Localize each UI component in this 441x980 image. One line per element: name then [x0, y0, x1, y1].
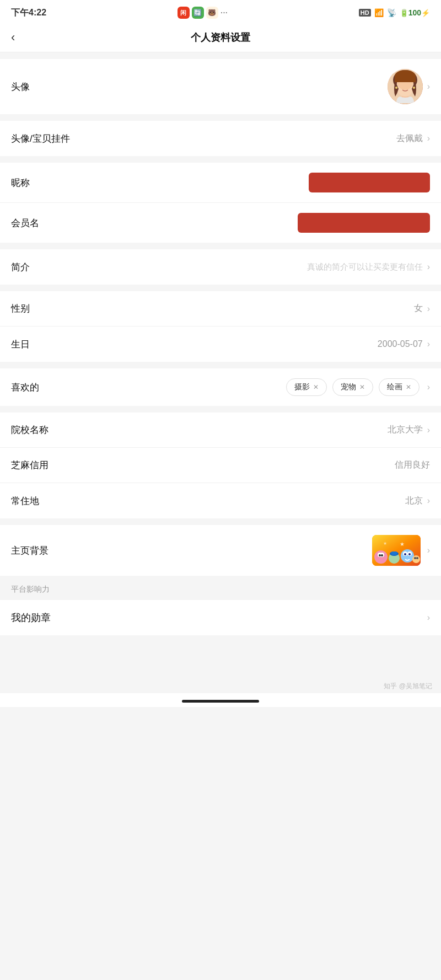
nickname-redacted: [309, 173, 430, 192]
hd-icon: HD: [359, 9, 371, 17]
credit-value: 信用良好: [395, 459, 430, 471]
nickname-value-group[interactable]: [309, 173, 430, 192]
interests-value-group[interactable]: 摄影 ✕ 宠物 ✕ 绘画 ✕ ›: [286, 378, 430, 396]
pendant-value-group[interactable]: 去佩戴 ›: [396, 133, 430, 144]
wifi-icon: 📡: [387, 8, 396, 17]
spacer: [0, 635, 441, 679]
school-row[interactable]: 院校名称 北京大学 ›: [0, 413, 441, 448]
interests-label: 喜欢的: [11, 381, 61, 394]
school-value: 北京大学: [388, 424, 423, 436]
home-indicator: [0, 693, 441, 707]
badge-value-group[interactable]: ›: [426, 613, 430, 623]
location-row[interactable]: 常住地 北京 ›: [0, 483, 441, 518]
avatar-value-group[interactable]: ›: [388, 69, 430, 104]
svg-text:★: ★: [400, 541, 405, 547]
bg-row[interactable]: 主页背景: [0, 525, 441, 576]
back-button[interactable]: ‹: [11, 30, 15, 45]
gender-row[interactable]: 性别 女 ›: [0, 291, 441, 326]
bio-row[interactable]: 简介 真诚的简介可以让买卖更有信任 ›: [0, 249, 441, 285]
bg-chevron: ›: [427, 545, 430, 555]
svg-point-27: [416, 557, 418, 559]
svg-point-26: [414, 557, 416, 559]
tag-pets-label: 宠物: [341, 382, 356, 392]
tag-photography[interactable]: 摄影 ✕: [286, 378, 327, 396]
badge-label: 我的勋章: [11, 611, 61, 624]
svg-point-12: [374, 550, 388, 564]
pendant-row[interactable]: 头像/宝贝挂件 去佩戴 ›: [0, 121, 441, 156]
tag-painting-label: 绘画: [387, 382, 402, 392]
platform-section-label: 平台影响力: [0, 576, 441, 598]
nickname-section: 昵称 会员名: [0, 163, 441, 243]
gender-value-group[interactable]: 女 ›: [414, 303, 430, 314]
pendant-section: 头像/宝贝挂件 去佩戴 ›: [0, 121, 441, 156]
avatar-row[interactable]: 头像: [0, 59, 441, 114]
battery-icon: 🔋100⚡: [400, 8, 430, 17]
status-right-icons: HD 📶 📡 🔋100⚡: [359, 8, 430, 17]
birthday-label: 生日: [11, 338, 61, 351]
personal-info-section: 性别 女 › 生日 2000-05-07 ›: [0, 291, 441, 362]
tag-painting[interactable]: 绘画 ✕: [379, 378, 420, 396]
app-icon-2: 🔄: [192, 7, 204, 19]
gender-chevron: ›: [427, 304, 430, 314]
gender-label: 性别: [11, 302, 61, 315]
pendant-value: 去佩戴: [396, 133, 423, 144]
svg-point-23: [404, 553, 406, 555]
badge-chevron: ›: [427, 613, 430, 623]
page-header: ‹ 个人资料设置: [0, 23, 441, 52]
member-value-group[interactable]: [298, 213, 430, 233]
bio-value-group[interactable]: 真诚的简介可以让买卖更有信任 ›: [307, 262, 430, 272]
school-chevron: ›: [427, 425, 430, 435]
badge-row[interactable]: 我的勋章 ›: [0, 600, 441, 635]
gender-value: 女: [414, 303, 423, 314]
avatar-chevron: ›: [427, 82, 430, 92]
birthday-row[interactable]: 生日 2000-05-07 ›: [0, 326, 441, 362]
avatar[interactable]: [388, 69, 423, 104]
svg-rect-19: [391, 551, 397, 555]
svg-point-8: [404, 87, 406, 89]
home-bar: [182, 700, 259, 703]
svg-text:★: ★: [383, 541, 387, 546]
svg-point-9: [395, 87, 397, 89]
app-icon-1: 闲: [178, 7, 190, 19]
bio-value: 真诚的简介可以让买卖更有信任: [307, 262, 423, 272]
bg-section: 主页背景: [0, 525, 441, 576]
svg-point-25: [412, 555, 420, 563]
footer-credit: 知乎 @吴旭笔记: [0, 679, 441, 693]
member-name-row[interactable]: 会员名: [0, 203, 441, 243]
bg-value-group[interactable]: ★ ★ ›: [372, 535, 430, 566]
svg-point-5: [407, 83, 411, 87]
bio-chevron: ›: [427, 262, 430, 272]
svg-point-15: [379, 554, 381, 556]
avatar-label: 头像: [11, 81, 61, 93]
tag-pets-close[interactable]: ✕: [359, 383, 365, 391]
platform-label-text: 平台影响力: [11, 585, 50, 593]
location-value-group[interactable]: 北京 ›: [405, 495, 430, 507]
birthday-value: 2000-05-07: [378, 339, 423, 349]
location-chevron: ›: [427, 496, 430, 506]
birthday-value-group[interactable]: 2000-05-07 ›: [378, 339, 430, 349]
tag-pets[interactable]: 宠物 ✕: [332, 378, 373, 396]
interests-section: 喜欢的 摄影 ✕ 宠物 ✕ 绘画 ✕ ›: [0, 368, 441, 406]
avatar-section: 头像: [0, 59, 441, 114]
avatar-svg: [388, 69, 423, 104]
school-value-group[interactable]: 北京大学 ›: [388, 424, 430, 436]
interests-chevron: ›: [427, 382, 430, 392]
bg-thumb-svg: ★ ★: [372, 535, 421, 566]
tag-photography-close[interactable]: ✕: [313, 383, 319, 391]
tag-painting-close[interactable]: ✕: [406, 383, 411, 391]
birthday-chevron: ›: [427, 339, 430, 349]
svg-point-4: [400, 83, 403, 87]
member-label: 会员名: [11, 217, 61, 229]
interests-row[interactable]: 喜欢的 摄影 ✕ 宠物 ✕ 绘画 ✕ ›: [0, 368, 441, 406]
bio-section: 简介 真诚的简介可以让买卖更有信任 ›: [0, 249, 441, 285]
status-bar: 下午4:22 闲 🔄 🐻 ··· HD 📶 📡 🔋100⚡: [0, 0, 441, 23]
svg-point-7: [409, 84, 410, 85]
svg-point-3: [396, 77, 414, 97]
svg-point-16: [381, 554, 383, 556]
bio-label: 简介: [11, 261, 61, 274]
tag-photography-label: 摄影: [294, 382, 310, 392]
location-value: 北京: [405, 495, 423, 507]
extra-info-section: 院校名称 北京大学 › 芝麻信用 信用良好 常住地 北京 ›: [0, 413, 441, 518]
nickname-row[interactable]: 昵称: [0, 163, 441, 203]
status-app-icons: 闲 🔄 🐻 ···: [178, 7, 228, 19]
